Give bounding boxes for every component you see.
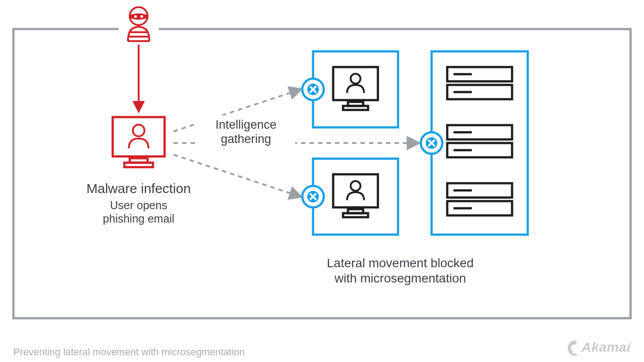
segment-workstation-bottom [313,159,398,235]
svg-point-17 [351,74,360,84]
svg-rect-21 [343,213,368,217]
block-badge-1 [302,79,324,100]
svg-point-22 [351,181,360,191]
svg-point-9 [133,125,144,136]
attacker-icon [128,7,149,41]
malware-title: Malware infection [86,181,191,196]
logo-text: Akamai [581,340,631,354]
malware-sub-1: User opens [110,199,167,211]
lateral-line2: with microsegmentation [334,271,466,285]
intel-line1: Intelligence [216,118,277,131]
segment-server [432,51,528,235]
malware-sub-2: phishing email [103,212,174,225]
svg-rect-18 [313,159,398,235]
svg-point-2 [140,15,143,18]
svg-rect-13 [313,51,398,127]
infected-workstation-icon [113,117,165,167]
svg-line-12 [174,155,301,197]
intel-line2: gathering [221,132,271,146]
segment-workstation-top [313,51,398,127]
enclosure-frame [13,29,631,318]
akamai-logo: Akamai [567,340,631,356]
svg-point-1 [134,15,137,18]
block-badge-2 [302,186,324,207]
svg-rect-8 [124,163,153,167]
footer-caption: Preventing lateral movement with microse… [13,346,245,358]
block-badge-3 [421,132,442,154]
diagram-canvas: Malware infection User opens phishing em… [0,0,644,340]
lateral-line1: Lateral movement blocked [327,256,474,270]
svg-rect-16 [343,106,368,110]
